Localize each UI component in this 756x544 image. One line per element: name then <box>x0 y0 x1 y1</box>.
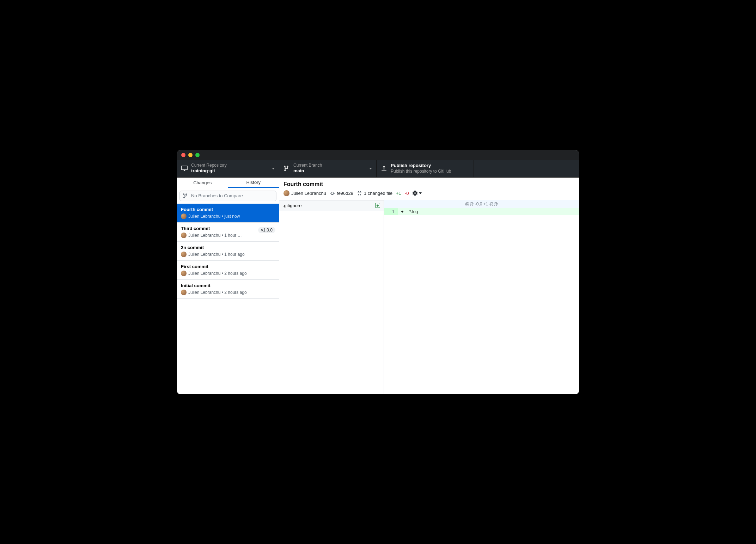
commit-meta: Julien Lebranchu • 1 hour … <box>181 233 275 238</box>
avatar <box>181 214 187 219</box>
commit-item[interactable]: Initial commitJulien Lebranchu • 2 hours… <box>177 280 279 299</box>
publish-title: Publish repository <box>391 163 469 169</box>
commit-meta: Julien Lebranchu • just now <box>181 214 275 219</box>
main-pane: Fourth commit Julien Lebranchu fe96d29 <box>279 178 579 394</box>
minimize-window-button[interactable] <box>188 153 193 157</box>
commit-sha[interactable]: fe96d29 <box>330 191 353 196</box>
titlebar <box>177 150 579 160</box>
commit-title: First commit <box>181 264 275 269</box>
commit-title: Fourth commit <box>181 207 275 212</box>
publish-subtitle: Publish this repository to GitHub <box>391 169 469 174</box>
commit-list[interactable]: Fourth commitJulien Lebranchu • just now… <box>177 204 279 394</box>
commit-meta: Julien Lebranchu • 2 hours ago <box>181 290 275 295</box>
avatar <box>181 271 187 276</box>
maximize-window-button[interactable] <box>195 153 200 157</box>
diff-pane: @@ -0,0 +1 @@ 1 + *.log <box>384 200 579 394</box>
gear-icon <box>412 190 418 196</box>
desktop-icon <box>181 165 188 172</box>
branch-name: main <box>293 168 366 174</box>
tab-changes[interactable]: Changes <box>177 178 228 188</box>
hunk-header: @@ -0,0 +1 @@ <box>384 200 579 208</box>
line-content: *.log <box>407 208 579 215</box>
toolbar: Current Repository training-git Current … <box>177 160 579 178</box>
diff-settings-button[interactable] <box>412 190 422 196</box>
files-pane: .gitignore + <box>279 200 384 394</box>
branch-icon <box>284 165 290 172</box>
compare-text: No Branches to Compare <box>191 193 243 198</box>
avatar <box>284 190 289 196</box>
diff-icon <box>357 191 362 196</box>
commit-meta: Julien Lebranchu • 2 hours ago <box>181 271 275 276</box>
file-name: .gitignore <box>283 203 301 208</box>
additions-count: +1 <box>396 191 401 196</box>
branch-label: Current Branch <box>293 163 366 168</box>
commit-meta: Julien Lebranchu • 1 hour ago <box>181 252 275 257</box>
sidebar-tabs: Changes History <box>177 178 279 188</box>
branch-icon <box>183 193 188 199</box>
tag-badge: v1.0.0 <box>258 227 275 233</box>
line-number: 1 <box>384 208 398 215</box>
close-window-button[interactable] <box>181 153 185 157</box>
publish-repository-button[interactable]: Publish repository Publish this reposito… <box>377 160 474 177</box>
changed-files-count: 1 changed file <box>357 191 392 196</box>
app-window: Current Repository training-git Current … <box>177 150 579 394</box>
chevron-down-icon <box>369 168 372 169</box>
file-added-icon: + <box>375 203 380 208</box>
commit-title: 2n commit <box>181 245 275 250</box>
commit-item[interactable]: Third commitJulien Lebranchu • 1 hour …v… <box>177 223 279 242</box>
commit-author: Julien Lebranchu <box>284 190 326 196</box>
commit-icon <box>330 191 335 196</box>
commit-title: Initial commit <box>181 283 275 288</box>
current-repository-dropdown[interactable]: Current Repository training-git <box>177 160 279 177</box>
upload-icon <box>381 165 387 172</box>
repo-label: Current Repository <box>191 163 268 168</box>
avatar <box>181 252 187 257</box>
commit-item[interactable]: Fourth commitJulien Lebranchu • just now <box>177 204 279 223</box>
current-branch-dropdown[interactable]: Current Branch main <box>279 160 377 177</box>
deletions-count: -0 <box>405 191 409 196</box>
sidebar: Changes History No Branches to Compare F… <box>177 178 279 394</box>
commit-item[interactable]: 2n commitJulien Lebranchu • 1 hour ago <box>177 242 279 261</box>
changed-file-row[interactable]: .gitignore + <box>279 200 384 211</box>
chevron-down-icon <box>272 168 275 169</box>
repo-name: training-git <box>191 168 268 174</box>
diff-line-added[interactable]: 1 + *.log <box>384 208 579 215</box>
tab-history[interactable]: History <box>228 178 279 188</box>
chevron-down-icon <box>419 192 422 194</box>
avatar <box>181 290 187 295</box>
line-sign: + <box>398 208 407 215</box>
avatar <box>181 233 187 238</box>
commit-item[interactable]: First commitJulien Lebranchu • 2 hours a… <box>177 261 279 280</box>
compare-branches-dropdown[interactable]: No Branches to Compare <box>179 191 276 201</box>
commit-detail-title: Fourth commit <box>284 181 575 187</box>
